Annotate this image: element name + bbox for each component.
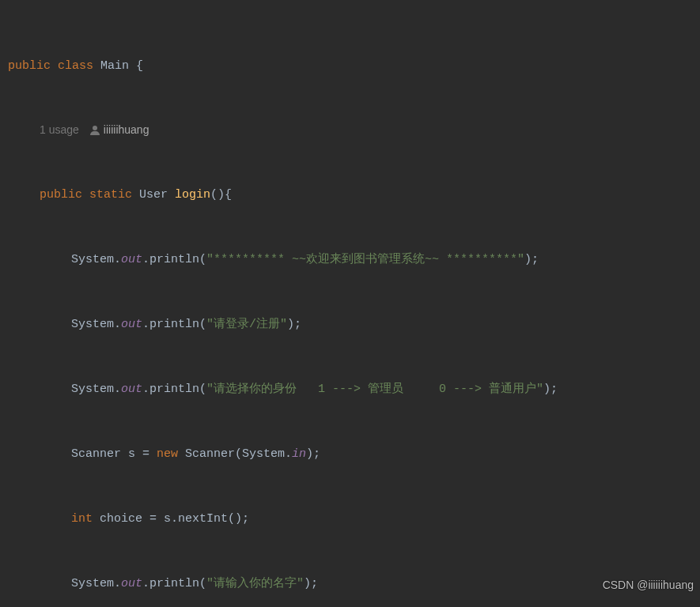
code-line: System.out.println("请登录/注册"); [8,314,700,335]
code-editor[interactable]: public class Main { 1 usageiiiiiihuang p… [0,0,700,607]
usage-count[interactable]: 1 usage [40,119,79,141]
code-line: System.out.println("请输入你的名字"); [8,573,700,594]
author-icon [90,126,100,135]
watermark: CSDN @iiiiiihuang [603,579,694,591]
code-line: System.out.println("********** ~~欢迎来到图书管… [8,249,700,270]
code-line: System.out.println("请选择你的身份 1 ---> 管理员 0… [8,379,700,400]
code-line: public static User login(){ [8,184,700,205]
code-line: Scanner s = new Scanner(System.in); [8,443,700,465]
code-line: int choice = s.nextInt(); [8,508,700,530]
author-name[interactable]: iiiiiihuang [104,119,149,141]
inlay-hint[interactable]: 1 usageiiiiiihuang [8,119,700,141]
code-line: public class Main { [8,55,700,77]
